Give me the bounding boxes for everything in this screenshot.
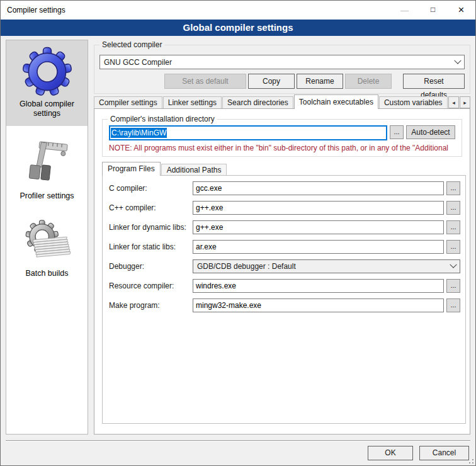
debugger-select-value: GDB/CDB debugger : Default: [197, 262, 451, 271]
field-row-make-program: Make program: ...: [109, 298, 460, 312]
field-label: C++ compiler:: [109, 203, 193, 212]
field-row-cpp-compiler: C++ compiler: ...: [109, 201, 460, 215]
tab-row: Compiler settings Linker settings Search…: [94, 94, 470, 109]
minimize-icon: —: [400, 6, 409, 15]
compiler-settings-dialog: Compiler settings — □ × Global compiler …: [0, 0, 476, 466]
left-arrow-icon: ◂: [452, 99, 455, 106]
auto-detect-button[interactable]: Auto-detect: [406, 125, 455, 139]
compiler-buttons-row: Set as default Copy Rename Delete Reset …: [99, 74, 465, 89]
minimize-button: —: [390, 1, 419, 20]
ellipsis-icon: ...: [450, 223, 456, 230]
linker-static-input[interactable]: [193, 240, 444, 254]
settings-notebook: Compiler settings Linker settings Search…: [94, 94, 470, 435]
bin-subdirectory-note: NOTE: All programs must exist either in …: [109, 144, 455, 152]
right-arrow-icon: ▸: [463, 99, 467, 106]
tab-additional-paths[interactable]: Additional Paths: [161, 164, 227, 176]
maximize-button[interactable]: □: [419, 1, 447, 20]
ellipsis-icon: ...: [450, 203, 456, 211]
titlebar: Compiler settings — □ ×: [1, 1, 475, 20]
ok-button[interactable]: OK: [368, 446, 413, 460]
tab-scroll-right-button[interactable]: ▸: [460, 96, 470, 108]
ellipsis-icon: ...: [450, 301, 456, 309]
close-button[interactable]: ×: [447, 1, 475, 20]
field-row-resource-compiler: Resource compiler: ...: [109, 279, 460, 293]
debugger-select[interactable]: GDB/CDB debugger : Default: [193, 259, 460, 273]
sidebar-item-batch-builds[interactable]: Batch builds: [6, 210, 88, 281]
ellipsis-icon: ...: [450, 184, 456, 191]
blue-gear-icon: [6, 45, 88, 98]
sidebar-item-profiler-settings[interactable]: Profiler settings: [6, 132, 88, 203]
tab-custom-variables[interactable]: Custom variables: [379, 96, 448, 109]
compiler-select-value: GNU GCC Compiler: [104, 58, 455, 67]
tab-linker-settings[interactable]: Linker settings: [163, 96, 222, 109]
tab-compiler-settings[interactable]: Compiler settings: [94, 96, 162, 109]
make-program-input[interactable]: [193, 298, 444, 312]
linker-dynamic-input[interactable]: [193, 220, 444, 234]
tab-scroll-arrows: ◂ ▸: [448, 96, 470, 108]
field-row-debugger: Debugger: GDB/CDB debugger : Default: [109, 259, 460, 273]
tab-scroll-left-button[interactable]: ◂: [448, 96, 459, 108]
tab-toolchain-executables[interactable]: Toolchain executables: [294, 94, 378, 109]
browse-directory-button[interactable]: ...: [390, 125, 404, 139]
tab-program-files[interactable]: Program Files: [102, 162, 161, 176]
cpp-compiler-input[interactable]: [193, 201, 444, 215]
caliper-icon: [6, 137, 88, 190]
sidebar-item-label: Global compiler settings: [6, 98, 88, 121]
installation-directory-input[interactable]: C:\raylib\MinGW: [109, 125, 387, 140]
sidebar-item-label: Profiler settings: [6, 190, 88, 203]
close-icon: ×: [458, 4, 465, 16]
field-label: C compiler:: [109, 184, 193, 193]
copy-button[interactable]: Copy: [248, 74, 295, 89]
delete-button: Delete: [345, 74, 392, 89]
rename-button[interactable]: Rename: [297, 74, 343, 89]
resource-compiler-input[interactable]: [193, 279, 444, 293]
maximize-icon: □: [431, 5, 435, 14]
selected-compiler-legend: Selected compiler: [99, 40, 164, 49]
compiler-select[interactable]: GNU GCC Compiler: [99, 55, 465, 69]
tab-search-directories[interactable]: Search directories: [222, 96, 293, 109]
batch-builds-icon: [6, 215, 88, 268]
selected-text: C:\raylib\MinGW: [111, 128, 167, 138]
field-label: Make program:: [109, 301, 193, 310]
footer-divider: [6, 440, 470, 441]
ellipsis-icon: ...: [394, 128, 399, 135]
installation-directory-group: Compiler's installation directory C:\ray…: [102, 119, 462, 157]
browse-make-program-button[interactable]: ...: [446, 298, 460, 312]
sidebar-item-global-compiler-settings[interactable]: Global compiler settings: [6, 40, 88, 126]
cancel-button[interactable]: Cancel: [419, 446, 469, 460]
field-row-linker-static: Linker for static libs: ...: [109, 240, 460, 254]
ellipsis-icon: ...: [450, 281, 456, 289]
browse-linker-dynamic-button[interactable]: ...: [446, 220, 460, 234]
program-files-panel: C compiler: ... C++ compiler: ... Linker: [102, 175, 466, 424]
field-label: Resource compiler:: [109, 281, 193, 290]
window-title: Compiler settings: [1, 6, 390, 14]
field-row-linker-dynamic: Linker for dynamic libs: ...: [109, 220, 460, 234]
inner-tab-row: Program Files Additional Paths: [102, 162, 466, 176]
sidebar-item-label: Batch builds: [6, 268, 88, 281]
chevron-down-icon: [450, 261, 456, 268]
main-area: Selected compiler GNU GCC Compiler Set a…: [94, 36, 470, 435]
field-row-c-compiler: C compiler: ...: [109, 181, 460, 195]
field-label: Linker for dynamic libs:: [109, 223, 193, 232]
reset-defaults-button[interactable]: Reset defaults: [403, 74, 465, 89]
browse-resource-compiler-button[interactable]: ...: [446, 279, 460, 293]
browse-cpp-compiler-button[interactable]: ...: [446, 201, 460, 215]
c-compiler-input[interactable]: [193, 181, 444, 195]
field-label: Linker for static libs:: [109, 242, 193, 251]
toolchain-executables-page: Compiler's installation directory C:\ray…: [94, 108, 470, 435]
dialog-content: Global compiler settings: [1, 36, 475, 465]
browse-c-compiler-button[interactable]: ...: [446, 181, 460, 195]
browse-linker-static-button[interactable]: ...: [446, 240, 460, 254]
selected-compiler-group: Selected compiler GNU GCC Compiler Set a…: [94, 45, 470, 94]
ellipsis-icon: ...: [450, 242, 456, 250]
resize-grip[interactable]: [467, 457, 474, 464]
set-as-default-button: Set as default: [164, 74, 246, 89]
page-title: Global compiler settings: [1, 20, 475, 36]
settings-sidebar: Global compiler settings: [6, 40, 88, 435]
program-files-notebook: Program Files Additional Paths C compile…: [102, 162, 466, 424]
chevron-down-icon: [454, 57, 461, 64]
field-label: Debugger:: [109, 262, 193, 271]
installation-directory-legend: Compiler's installation directory: [108, 115, 217, 123]
